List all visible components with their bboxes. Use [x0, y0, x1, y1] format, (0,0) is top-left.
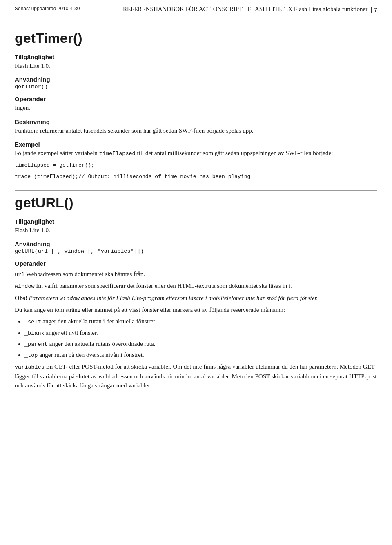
gettimer-availability-value: Flash Lite 1.0.	[15, 61, 377, 71]
gettimer-heading: getTimer()	[15, 30, 377, 46]
page-number: 7	[371, 7, 377, 13]
gettimer-operands-value: Ingen.	[15, 103, 377, 113]
geturl-availability-value: Flash Lite 1.0.	[15, 226, 377, 235]
gettimer-availability-label: Tillgänglighet	[15, 53, 377, 60]
page-header: Senast uppdaterad 2010-4-30 REFERENSHAND…	[0, 0, 392, 18]
bullet-top-text-val: anger rutan på den översta nivån i fönst…	[39, 351, 144, 358]
gettimer-code-line2: trace (timeElapsed);// Output: milliseco…	[15, 172, 377, 181]
bullet-self-text-val: anger den aktuella rutan i det aktuella …	[42, 318, 156, 325]
header-titles: REFERENSHANDBOK FÖR ACTIONSCRIPT I FLASH…	[123, 6, 368, 13]
geturl-bullets: _self anger den aktuella rutan i det akt…	[24, 317, 377, 360]
last-updated: Senast uppdaterad 2010-4-30	[15, 6, 80, 11]
gettimer-example-code-word: timeElapsed	[99, 151, 136, 157]
gettimer-example-intro2: till det antal millisekunder som gått se…	[137, 150, 333, 156]
gettimer-operands-label: Operander	[15, 96, 377, 102]
geturl-operand2-desc: En valfri parameter som specificerar det…	[36, 283, 292, 289]
header-title-main: REFERENSHANDBOK FÖR ACTIONSCRIPT I FLASH…	[123, 6, 292, 12]
geturl-operand1: url Webbadressen som dokumentet ska hämt…	[15, 269, 377, 279]
gettimer-usage-label: Användning	[15, 76, 377, 83]
bullet-top: _top anger rutan på den översta nivån i …	[24, 350, 377, 360]
geturl-operand2-code: window	[15, 283, 35, 289]
geturl-operand1-code: url	[15, 271, 24, 278]
bullet-parent: _parent anger den aktuella rutans överor…	[24, 339, 377, 349]
gettimer-example-intro: Följande exempel sätter variabeln	[15, 150, 98, 156]
geturl-usage-value: getURL(url [ , window [, "variables"]])	[15, 248, 377, 254]
bullet-parent-code: _parent	[24, 341, 48, 347]
bullet-blank-text-val: anger ett nytt fönster.	[46, 329, 98, 336]
bullet-self-code: _self	[24, 319, 41, 325]
geturl-operands-label: Operander	[15, 260, 377, 267]
geturl-operand1-text-val: Webbadressen som dokumentet ska hämtas f…	[26, 271, 145, 277]
geturl-obs-label: Obs!	[15, 295, 27, 301]
geturl-operand2: window En valfri parameter som specifice…	[15, 281, 377, 291]
geturl-variables-text-val: En GET- eller POST-metod för att skicka …	[15, 363, 377, 389]
geturl-variables-code: variables	[15, 364, 45, 370]
bullet-parent-text-val: anger den aktuella rutans överordnade ru…	[49, 340, 155, 347]
gettimer-usage-value: getTimer()	[15, 84, 377, 90]
geturl-obs-rest-val: anges inte för Flash Lite-program efters…	[81, 295, 318, 301]
gettimer-example-label: Exempel	[15, 141, 377, 148]
gettimer-example-intro-block: Följande exempel sätter variabeln timeEl…	[15, 149, 377, 158]
gettimer-code-line1: timeElapsed = getTimer();	[15, 161, 377, 170]
geturl-variables: variables En GET- eller POST-metod för a…	[15, 362, 377, 390]
geturl-heading: getURL()	[15, 195, 377, 211]
gettimer-description-label: Beskrivning	[15, 118, 377, 125]
bullet-top-code: _top	[24, 352, 38, 358]
geturl-availability-label: Tillgänglighet	[15, 218, 377, 225]
bullet-blank: _blank anger ett nytt fönster.	[24, 328, 377, 338]
main-content: getTimer() Tillgänglighet Flash Lite 1.0…	[0, 18, 392, 407]
geturl-obs-text-val: Parametern	[29, 295, 58, 301]
geturl-obs: Obs! Parametern window anges inte för Fl…	[15, 294, 377, 303]
geturl-obs-code: window	[60, 296, 80, 302]
header-right: REFERENSHANDBOK FÖR ACTIONSCRIPT I FLASH…	[123, 6, 377, 13]
geturl-usage-label: Användning	[15, 240, 377, 247]
bullet-self: _self anger den aktuella rutan i det akt…	[24, 317, 377, 326]
header-title-sub: Flash Lites globala funktioner	[294, 6, 368, 12]
gettimer-description-text: Funktion; returnerar antalet tusendels s…	[15, 126, 377, 136]
section-divider	[15, 190, 377, 191]
geturl-du-text: Du kan ange en tom sträng eller namnet p…	[15, 305, 377, 315]
gettimer-example: Exempel Följande exempel sätter variabel…	[15, 141, 377, 181]
bullet-blank-code: _blank	[24, 330, 45, 336]
